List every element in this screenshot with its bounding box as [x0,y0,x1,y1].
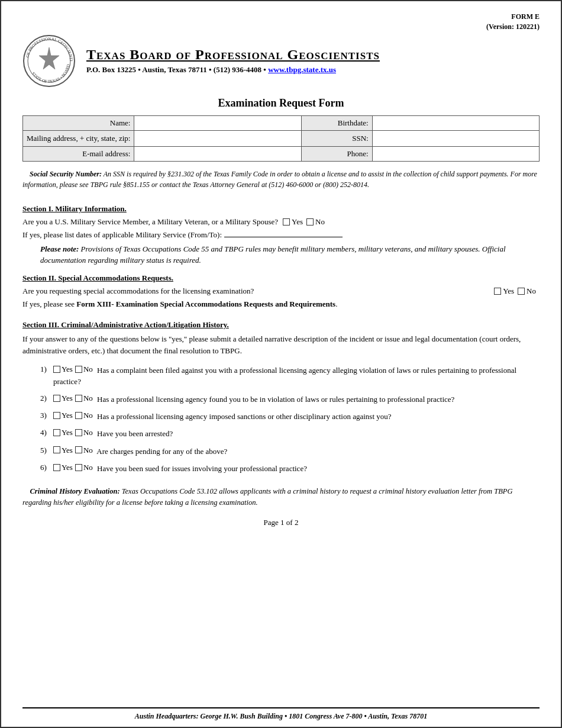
item-content-4: Yes No Have you been arrested? [53,427,540,439]
item4-text: Have you been arrested? [97,429,173,438]
section1-yes-label: Yes [292,217,303,227]
section1-q2-prefix: If yes, please list dates of applicable … [22,230,222,240]
item4-no-label: No [83,427,93,439]
item1-yes-label: Yes [62,363,73,375]
item4-yes-checkbox[interactable] [53,429,60,436]
svg-marker-2 [39,47,59,69]
item-num-6: 6) [40,462,53,473]
section1-note-text: Provisions of Texas Occupations Code 55 … [40,244,506,265]
item5-yes-checkbox[interactable] [53,446,60,453]
section1-q1-text: Are you a U.S. Military Service Member, … [22,217,278,227]
email-label: E-mail address: [23,146,134,161]
item1-yes-checkbox[interactable] [53,366,60,373]
item-num-5: 5) [40,444,53,456]
form-title: Examination Request Form [22,97,540,109]
section1-yes-checkbox[interactable] [283,218,290,226]
item-content-3: Yes No Has a professional licensing agen… [53,410,540,422]
birthdate-value[interactable] [372,115,539,130]
phone-value[interactable] [372,146,539,161]
item-content-1: Yes No Has a complaint been filed agains… [53,363,540,388]
section2-followup-end: . [335,299,337,308]
item3-checks: Yes No [53,410,93,421]
item3-no-checkbox[interactable] [75,412,82,419]
list-item: 5) Yes No Are charges pending for any of… [40,444,540,457]
section2-yes-label: Yes [503,286,514,296]
item4-checks: Yes No [53,427,93,439]
item4-no-checkbox[interactable] [75,429,82,436]
name-value[interactable] [134,115,301,130]
item5-yes-label: Yes [62,444,73,456]
section2-no-checkbox[interactable] [518,288,525,295]
item2-yes-checkbox[interactable] [53,395,60,402]
footer-text: Austin Headquarters: George H.W. Bush Bu… [135,712,427,720]
section2-q1-line: Are you requesting special accommodation… [22,286,540,296]
page-indicator: Page 1 of 2 [22,518,540,527]
item-content-2: Yes No Has a professional licensing agen… [53,392,540,405]
item3-no-label: No [83,410,93,421]
list-item: 6) Yes No Have you been sued for issues … [40,462,540,474]
item5-text: Are charges pending for any of the above… [96,446,227,455]
list-item: 1) Yes No Has a complaint been filed aga… [40,363,540,388]
mailing-value[interactable] [134,130,301,146]
section2-q1-text: Are you requesting special accommodation… [22,286,489,296]
section1-note-bold: Please note: [40,244,79,253]
item-num-3: 3) [40,410,53,421]
item-num-4: 4) [40,427,53,439]
item1-text: Has a complaint been filed against you w… [53,366,516,386]
page: FORM E (Version: 120221) OF PROFESSIONAL… [0,0,562,728]
form-id-block: FORM E (Version: 120221) [22,12,540,32]
item6-no-label: No [83,462,93,473]
ssn-notice: Social Security Number: An SSN is requir… [22,169,540,190]
item3-yes-label: Yes [62,410,73,421]
ssn-notice-bold: Social Security Number: [30,170,102,178]
item5-checks: Yes No [53,444,93,456]
item6-no-checkbox[interactable] [75,464,82,471]
email-value[interactable] [134,146,301,161]
website-link[interactable]: www.tbpg.state.tx.us [268,65,336,74]
birthdate-label: Birthdate: [301,115,372,130]
item6-checks: Yes No [53,462,93,473]
form-id-label: FORM E [22,12,540,22]
item6-yes-checkbox[interactable] [53,464,60,471]
section1-note: Please note: Provisions of Texas Occupat… [40,243,540,266]
item2-yes-label: Yes [62,392,73,404]
section1-no-checkbox[interactable] [306,218,314,226]
section3-intro: If your answer to any of the questions b… [22,333,540,358]
crim-eval-notice: Criminal History Evaluation: Texas Occup… [22,486,540,508]
item2-text: Has a professional licensing agency foun… [97,395,454,404]
list-item: 2) Yes No Has a professional licensing a… [40,392,540,405]
list-item: 4) Yes No Have you been arrested? [40,427,540,439]
section1-q1-line: Are you a U.S. Military Service Member, … [22,217,540,227]
item-num-2: 2) [40,392,53,404]
section1-dates-line: If yes, please list dates of applicable … [22,229,540,240]
section2-yes-checkbox[interactable] [494,288,501,295]
ssn-label: SSN: [301,130,372,146]
footer-bar: Austin Headquarters: George H.W. Bush Bu… [22,707,540,721]
item6-text: Have you been sued for issues involving … [97,464,307,473]
form-version: (Version: 120221) [22,22,540,32]
mailing-label: Mailing address, + city, state, zip: [23,130,134,146]
item5-no-label: No [83,444,93,456]
section2-no-label: No [527,286,536,296]
section1-dates-field[interactable] [224,229,343,237]
section3-heading: Section III. Criminal/Administrative Act… [22,320,540,330]
item-content-6: Yes No Have you been sued for issues inv… [53,462,540,474]
item2-no-checkbox[interactable] [75,395,82,402]
section3-list: 1) Yes No Has a complaint been filed aga… [40,363,540,479]
section2-heading: Section II. Special Accommodations Reque… [22,273,540,283]
item2-no-label: No [83,392,93,404]
item6-yes-label: Yes [62,462,73,473]
item1-no-checkbox[interactable] [75,366,82,373]
section2-followup: If yes, please see Form XIII- Examinatio… [22,298,540,311]
section1-no-label: No [315,217,325,227]
org-address: P.O. Box 13225 • Austin, Texas 78711 • (… [86,65,540,75]
item3-text: Has a professional licensing agency impo… [97,412,391,421]
item5-no-checkbox[interactable] [75,446,82,453]
ssn-value[interactable] [372,130,539,146]
item3-yes-checkbox[interactable] [53,412,60,419]
item-content-5: Yes No Are charges pending for any of th… [53,444,540,457]
phone-label: Phone: [301,146,372,161]
list-item: 3) Yes No Has a professional licensing a… [40,410,540,422]
tbpg-seal: OF PROFESSIONAL GEOSCIENTISTS STATE OF T… [22,34,76,88]
item1-checks: Yes No [53,363,93,375]
